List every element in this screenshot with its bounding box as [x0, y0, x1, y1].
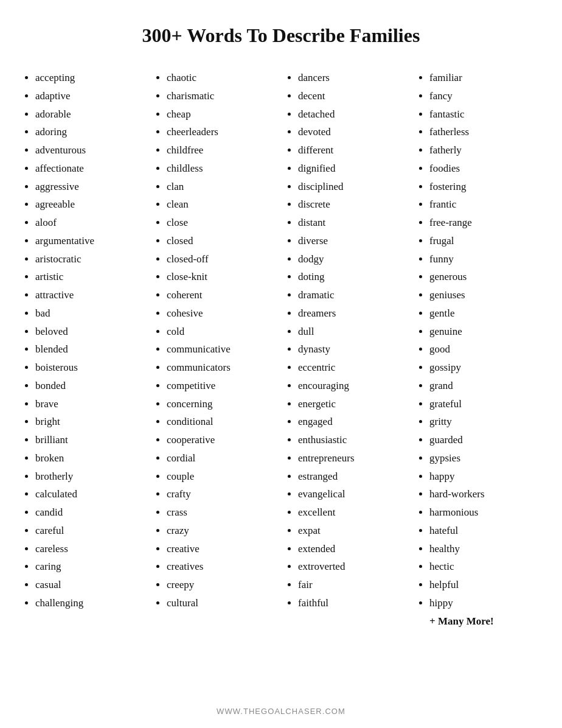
- list-item: adoring: [35, 123, 145, 141]
- list-item: broken: [35, 449, 145, 467]
- list-item: couple: [167, 467, 276, 486]
- list-item: dodgy: [298, 250, 408, 268]
- list-item: childfree: [167, 141, 276, 159]
- list-item: hippy: [429, 594, 539, 612]
- list-item: enthusiastic: [298, 431, 408, 449]
- list-item: accepting: [35, 69, 145, 87]
- list-item: dignified: [298, 159, 408, 178]
- list-item: diverse: [298, 232, 408, 250]
- list-item: crass: [167, 503, 276, 522]
- column-2: chaoticcharismaticcheapcheerleaderschild…: [150, 69, 281, 612]
- list-item: genuine: [429, 323, 539, 341]
- list-item: argumentative: [35, 232, 145, 250]
- list-item: disciplined: [298, 178, 408, 196]
- list-item: guarded: [429, 431, 539, 449]
- list-item: adorable: [35, 105, 145, 124]
- list-item: clan: [167, 178, 276, 196]
- list-item: beloved: [35, 323, 145, 341]
- list-item: charismatic: [167, 87, 276, 105]
- list-item: entrepreneurs: [298, 449, 408, 467]
- list-item: aristocratic: [35, 250, 145, 268]
- list-item: bad: [35, 304, 145, 323]
- list-item: dramatic: [298, 286, 408, 304]
- list-item: aloof: [35, 214, 145, 232]
- list-item: frantic: [429, 195, 539, 214]
- list-item: careless: [35, 540, 145, 558]
- column-4: familiarfancyfantasticfatherlessfatherly…: [412, 69, 544, 630]
- list-item: dynasty: [298, 340, 408, 359]
- word-list-3: dancersdecentdetacheddevoteddifferentdig…: [286, 69, 408, 612]
- list-item: happy: [429, 467, 539, 486]
- list-item: funny: [429, 250, 539, 268]
- list-item: engaged: [298, 413, 408, 431]
- list-item: detached: [298, 105, 408, 124]
- list-item: clean: [167, 195, 276, 214]
- list-item: gritty: [429, 413, 539, 431]
- list-item: hard-workers: [429, 485, 539, 503]
- list-item: dancers: [298, 69, 408, 87]
- list-item: discrete: [298, 195, 408, 214]
- list-item: distant: [298, 214, 408, 232]
- list-item: faithful: [298, 594, 408, 612]
- list-item: energetic: [298, 395, 408, 413]
- list-item: generous: [429, 268, 539, 286]
- list-item: conditional: [167, 413, 276, 431]
- list-item: calculated: [35, 485, 145, 503]
- list-item: encouraging: [298, 377, 408, 395]
- list-item: candid: [35, 503, 145, 522]
- list-item: grand: [429, 377, 539, 395]
- list-item: eccentric: [298, 359, 408, 377]
- list-item: closed: [167, 232, 276, 250]
- list-item: different: [298, 141, 408, 159]
- list-item: excellent: [298, 503, 408, 522]
- list-item: fair: [298, 576, 408, 594]
- list-item: fantastic: [429, 105, 539, 124]
- list-item: gypsies: [429, 449, 539, 467]
- list-item: chaotic: [167, 69, 276, 87]
- list-item: extroverted: [298, 558, 408, 576]
- list-item: attractive: [35, 286, 145, 304]
- list-item: fostering: [429, 178, 539, 196]
- list-item: dull: [298, 323, 408, 341]
- list-item: childless: [167, 159, 276, 178]
- list-item: creepy: [167, 576, 276, 594]
- list-item: foodies: [429, 159, 539, 178]
- list-item: coherent: [167, 286, 276, 304]
- list-item: brave: [35, 395, 145, 413]
- list-item: closed-off: [167, 250, 276, 268]
- list-item: cohesive: [167, 304, 276, 323]
- list-item: adaptive: [35, 87, 145, 105]
- list-item: grateful: [429, 395, 539, 413]
- list-item: adventurous: [35, 141, 145, 159]
- list-item: cheerleaders: [167, 123, 276, 141]
- word-list-4: familiarfancyfantasticfatherlessfatherly…: [417, 69, 539, 612]
- column-3: dancersdecentdetacheddevoteddifferentdig…: [281, 69, 412, 612]
- list-item: communicators: [167, 359, 276, 377]
- list-item: geniuses: [429, 286, 539, 304]
- list-item: brilliant: [35, 431, 145, 449]
- list-item: estranged: [298, 467, 408, 486]
- list-item: expat: [298, 522, 408, 540]
- list-item: extended: [298, 540, 408, 558]
- list-item: hateful: [429, 522, 539, 540]
- list-item: careful: [35, 522, 145, 540]
- list-item: free-range: [429, 214, 539, 232]
- list-item: casual: [35, 576, 145, 594]
- list-item: cultural: [167, 594, 276, 612]
- list-item: aggressive: [35, 178, 145, 196]
- list-item: bright: [35, 413, 145, 431]
- list-item: crafty: [167, 485, 276, 503]
- list-item: bonded: [35, 377, 145, 395]
- more-label: + Many More!: [417, 612, 539, 631]
- list-item: gossipy: [429, 359, 539, 377]
- list-item: artistic: [35, 268, 145, 286]
- list-item: agreeable: [35, 195, 145, 214]
- list-item: fatherly: [429, 141, 539, 159]
- list-item: dreamers: [298, 304, 408, 323]
- list-item: communicative: [167, 340, 276, 359]
- column-1: acceptingadaptiveadorableadoringadventur…: [18, 69, 150, 612]
- list-item: creative: [167, 540, 276, 558]
- list-item: creatives: [167, 558, 276, 576]
- list-item: cordial: [167, 449, 276, 467]
- word-list-1: acceptingadaptiveadorableadoringadventur…: [23, 69, 145, 612]
